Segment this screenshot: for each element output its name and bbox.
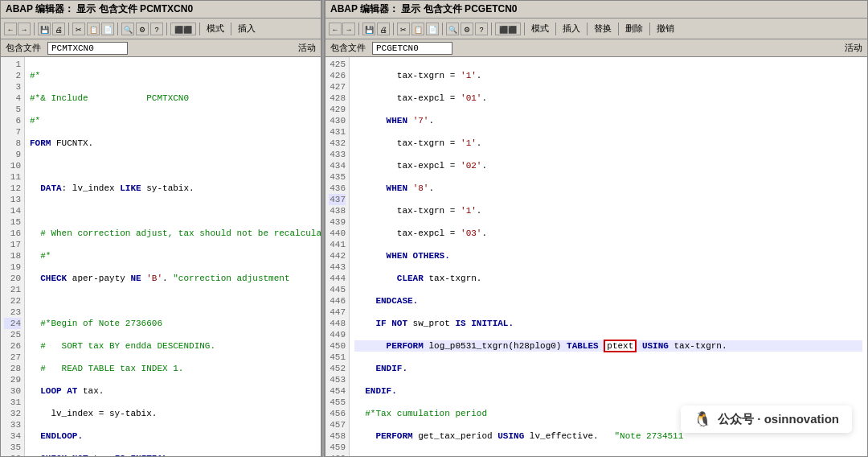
right-status: 活动 <box>845 42 862 54</box>
code-line-9: #* <box>30 250 316 261</box>
copy-btn[interactable]: 📋 <box>87 23 100 35</box>
left-code-area: 1 2 3 4 5 6 7 8 9 10 11 12 13 14 15 16 1… <box>1 57 321 456</box>
right-back-btn[interactable]: ← <box>329 23 342 35</box>
code-line-2: #*& Include PCMTXCN0 <box>30 93 316 104</box>
r-line-428: tax-txgrn = '1'. <box>354 138 862 149</box>
right-settings-btn[interactable]: ⚙ <box>461 23 473 35</box>
right-help-btn[interactable]: ? <box>475 23 488 35</box>
right-sep2 <box>393 23 394 35</box>
code-line-7 <box>30 205 316 216</box>
fwd-btn[interactable]: → <box>18 23 31 35</box>
right-find-btn[interactable]: 🔍 <box>446 23 459 35</box>
delete-btn[interactable]: 删除 <box>622 23 646 35</box>
code-line-16: lv_index = sy-tabix. <box>30 408 316 419</box>
right-sep3 <box>442 23 443 35</box>
r-line-429: tax-expcl = '02'. <box>354 160 862 171</box>
right-print-btn[interactable]: 🖨 <box>377 23 390 35</box>
right-title: ABAP 编辑器： 显示 包含文件 PCGETCN0 <box>330 2 517 16</box>
right-file-bar: 包含文件 PCGETCN0 活动 <box>326 39 867 57</box>
right-sep4 <box>491 23 492 35</box>
r-line-431: tax-txgrn = '1'. <box>354 205 862 216</box>
r-line-442 <box>354 453 862 456</box>
sep6 <box>231 23 231 35</box>
sep3 <box>117 23 118 35</box>
right-save-btn[interactable]: 💾 <box>362 23 375 35</box>
right-mode-btn[interactable]: 模式 <box>528 23 552 35</box>
left-line-numbers: 1 2 3 4 5 6 7 8 9 10 11 12 13 14 15 16 1… <box>1 57 25 456</box>
right-insert-btn[interactable]: 插入 <box>559 23 583 35</box>
r-line-438: ENDIF. <box>354 363 862 374</box>
right-sep5 <box>524 23 525 35</box>
left-toolbar: ← → 💾 🖨 ✂ 📋 📄 🔍 ⚙ ? ⬛⬛ 模式 插入 <box>1 19 321 39</box>
nav-buttons: ← → <box>4 23 31 35</box>
back-btn[interactable]: ← <box>4 23 17 35</box>
r-line-430: WHEN '8'. <box>354 183 862 194</box>
right-file-label: 包含文件 <box>330 42 366 54</box>
left-code-content[interactable]: #* #*& Include PCMTXCN0 #* FORM FUCNTX. … <box>25 57 321 456</box>
right-fwd-btn[interactable]: → <box>342 23 355 35</box>
watermark-text: 公众号 · osinnovation <box>718 412 839 427</box>
right-sep1 <box>358 23 359 35</box>
r-line-439: ENDIF. <box>354 385 862 397</box>
right-sep8 <box>618 23 619 35</box>
code-line-12: #*Begin of Note 2736606 <box>30 318 316 329</box>
right-cut-btn[interactable]: ✂ <box>397 23 410 35</box>
left-file-label: 包含文件 <box>6 42 41 54</box>
watermark: 🐧 公众号 · osinnovation <box>681 406 852 433</box>
paste-btn[interactable]: 📄 <box>101 23 114 35</box>
cut-btn[interactable]: ✂ <box>72 23 85 35</box>
code-line-15: LOOP AT tax. <box>30 385 316 397</box>
sep5 <box>199 23 200 35</box>
print-btn[interactable]: 🖨 <box>52 23 65 35</box>
help-btn[interactable]: ? <box>150 23 163 35</box>
right-code-area: 425 426 427 428 429 430 431 432 433 434 … <box>326 57 867 456</box>
sep2 <box>68 23 69 35</box>
r-line-436: IF NOT sw_prot IS INITIAL. <box>354 318 862 329</box>
r-line-432: tax-expcl = '03'. <box>354 228 862 239</box>
right-sep7 <box>587 23 588 35</box>
undo-btn[interactable]: 撤销 <box>653 23 678 35</box>
mode-btn[interactable]: 模式 <box>203 23 227 35</box>
left-status: 活动 <box>298 42 316 54</box>
code-line-18: CHECK NOT tax IS INITIAL. <box>30 453 316 456</box>
code-line-1: #* <box>30 70 316 81</box>
watermark-icon: 🐧 <box>694 410 711 428</box>
left-file-name[interactable]: PCMTXCN0 <box>47 42 128 55</box>
left-title: ABAP 编辑器： 显示 包含文件 PCMTXCN0 <box>6 2 193 16</box>
r-line-435: ENDCASE. <box>354 295 862 307</box>
find-btn[interactable]: 🔍 <box>121 23 134 35</box>
code-line-17: ENDLOOP. <box>30 430 316 442</box>
right-paste-btn[interactable]: 📄 <box>426 23 439 35</box>
icons-btn[interactable]: ⬛⬛ <box>170 23 196 35</box>
r-line-437: PERFORM log_p0531_txgrn(h28plog0) TABLES… <box>354 340 862 352</box>
left-file-bar: 包含文件 PCMTXCN0 活动 <box>1 39 321 57</box>
right-copy-btn[interactable]: 📋 <box>411 23 424 35</box>
right-file-name[interactable]: PCGETCN0 <box>372 42 452 55</box>
code-line-11 <box>30 295 316 307</box>
right-nav-buttons: ← → <box>329 23 355 35</box>
r-line-433: WHEN OTHERS. <box>354 250 862 261</box>
r-line-434: CLEAR tax-txgrn. <box>354 273 862 284</box>
right-code-content[interactable]: tax-txgrn = '1'. tax-expcl = '01'. WHEN … <box>350 57 867 456</box>
sep1 <box>34 23 35 35</box>
replace-btn[interactable]: 替换 <box>591 23 615 35</box>
left-panel: ABAP 编辑器： 显示 包含文件 PCMTXCN0 ← → 💾 🖨 ✂ 📋 📄… <box>0 0 321 457</box>
code-line-6: DATA: lv_index LIKE sy-tabix. <box>30 183 316 194</box>
r-line-425: tax-txgrn = '1'. <box>354 70 862 81</box>
settings-btn[interactable]: ⚙ <box>136 23 149 35</box>
right-sep6 <box>555 23 556 35</box>
insert-btn[interactable]: 插入 <box>235 23 259 35</box>
sep4 <box>166 23 167 35</box>
code-line-5 <box>30 160 316 171</box>
code-line-10: CHECK aper-payty NE 'B'. "correction adj… <box>30 273 316 284</box>
code-line-8: # When correction adjust, tax should not… <box>30 228 316 239</box>
left-title-bar: ABAP 编辑器： 显示 包含文件 PCMTXCN0 <box>1 1 321 19</box>
r-line-426: tax-expcl = '01'. <box>354 93 862 104</box>
right-sep9 <box>649 23 650 35</box>
right-toolbar: ← → 💾 🖨 ✂ 📋 📄 🔍 ⚙ ? ⬛⬛ 模式 插入 替换 删除 撤销 <box>326 19 867 39</box>
r-line-427: WHEN '7'. <box>354 115 862 126</box>
save-btn[interactable]: 💾 <box>38 23 51 35</box>
code-line-3: #* <box>30 115 316 126</box>
right-icons-btn[interactable]: ⬛⬛ <box>495 23 521 35</box>
right-title-bar: ABAP 编辑器： 显示 包含文件 PCGETCN0 <box>326 1 867 19</box>
